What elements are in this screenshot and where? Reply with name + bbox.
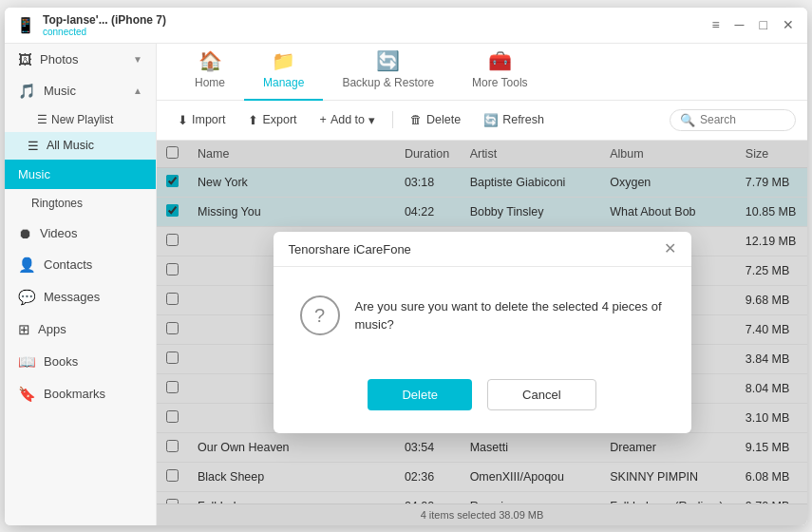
titlebar: 📱 Top-lanse'... (iPhone 7) connected ≡ ─… <box>5 8 807 44</box>
export-label: Export <box>262 113 296 126</box>
sidebar-label-music: Music <box>44 84 76 98</box>
sidebar-label-books: Books <box>44 354 78 369</box>
dialog-message: Are you sure you want to delete the sele… <box>355 297 665 334</box>
tab-manage[interactable]: 📁 Manage <box>244 44 323 101</box>
music-expand-icon: ▲ <box>133 86 142 96</box>
refresh-icon: 🔄 <box>483 113 499 127</box>
export-icon: ⬆ <box>248 113 258 127</box>
sidebar-label-music-sub: Music <box>18 167 50 181</box>
minimize-button[interactable]: ─ <box>733 15 746 34</box>
main-area: 🖼 Photos ▼ 🎵 Music ▲ ☰ New Playlist ☰ Al… <box>5 44 807 525</box>
add-to-label: Add to <box>330 113 365 126</box>
delete-button[interactable]: 🗑 Delete <box>401 108 470 131</box>
sidebar-item-photos[interactable]: 🖼 Photos ▼ <box>5 44 156 75</box>
tab-backup[interactable]: 🔄 Backup & Restore <box>323 44 453 101</box>
table-wrapper: Name Duration Artist Album Size New York… <box>157 141 807 525</box>
tab-home[interactable]: 🏠 Home <box>176 44 244 101</box>
sidebar-label-apps: Apps <box>38 322 66 336</box>
all-music-label: All Music <box>47 139 94 152</box>
toolbar: ⬇ Import ⬆ Export + Add to ▾ 🗑 Delete <box>157 101 807 141</box>
sidebar-label-ringtones: Ringtones <box>31 197 83 210</box>
export-button[interactable]: ⬆ Export <box>238 108 306 132</box>
dialog-footer: Delete Cancel <box>274 364 691 433</box>
app-window: 📱 Top-lanse'... (iPhone 7) connected ≡ ─… <box>5 8 807 525</box>
search-box[interactable]: 🔍 <box>670 109 796 131</box>
import-icon: ⬇ <box>178 113 188 127</box>
sidebar-item-music[interactable]: 🎵 Music ▲ <box>5 75 156 107</box>
device-name: Top-lanse'... (iPhone 7) <box>43 13 166 27</box>
sidebar-label-messages: Messages <box>44 290 100 304</box>
window-controls: ≡ ─ □ ✕ <box>709 15 796 34</box>
photos-expand-icon: ▼ <box>133 54 142 65</box>
sidebar-item-music-sub[interactable]: Music <box>5 160 156 189</box>
sidebar-item-bookmarks[interactable]: 🔖 Bookmarks <box>5 378 156 410</box>
sidebar-label-contacts: Contacts <box>44 257 92 272</box>
close-button[interactable]: ✕ <box>781 15 796 34</box>
device-info-area: 📱 Top-lanse'... (iPhone 7) connected <box>16 13 166 37</box>
messages-icon: 💬 <box>18 289 36 306</box>
books-icon: 📖 <box>18 353 36 370</box>
dialog-header: Tenorshare iCareFone ✕ <box>274 232 691 267</box>
tab-tools[interactable]: 🧰 More Tools <box>453 44 546 101</box>
restore-button[interactable]: □ <box>758 15 769 34</box>
dialog-body: ? Are you sure you want to delete the se… <box>274 267 691 364</box>
device-info: Top-lanse'... (iPhone 7) connected <box>43 13 166 37</box>
sidebar-item-videos[interactable]: ⏺ Videos <box>5 218 156 249</box>
refresh-button[interactable]: 🔄 Refresh <box>474 108 554 132</box>
all-music-icon: ☰ <box>28 139 39 153</box>
nav-tabs: 🏠 Home 📁 Manage 🔄 Backup & Restore 🧰 Mor… <box>157 44 807 101</box>
tools-tab-icon: 🧰 <box>488 49 512 72</box>
dialog-title: Tenorshare iCareFone <box>289 242 411 256</box>
contacts-icon: 👤 <box>18 256 36 274</box>
new-playlist-label: New Playlist <box>51 113 113 126</box>
add-to-chevron: ▾ <box>368 113 375 127</box>
home-tab-label: Home <box>195 76 225 89</box>
manage-tab-icon: 📁 <box>272 49 295 72</box>
home-tab-icon: 🏠 <box>198 49 222 72</box>
search-input[interactable] <box>700 113 785 126</box>
backup-tab-label: Backup & Restore <box>342 76 434 89</box>
sidebar-item-books[interactable]: 📖 Books <box>5 346 156 378</box>
sidebar-item-ringtones[interactable]: Ringtones <box>5 189 156 218</box>
dialog-overlay: Tenorshare iCareFone ✕ ? Are you sure yo… <box>157 141 807 525</box>
new-playlist-icon: ☰ <box>37 113 47 126</box>
sidebar-item-apps[interactable]: ⊞ Apps <box>5 314 156 346</box>
apps-icon: ⊞ <box>18 321 30 338</box>
toolbar-separator <box>392 111 393 128</box>
sidebar-item-contacts[interactable]: 👤 Contacts <box>5 249 156 281</box>
import-label: Import <box>192 113 225 126</box>
sidebar-label-photos: Photos <box>40 52 78 66</box>
dialog-delete-button[interactable]: Delete <box>368 379 472 410</box>
sidebar-item-messages[interactable]: 💬 Messages <box>5 281 156 314</box>
sidebar-label-videos: Videos <box>40 226 78 240</box>
delete-icon: 🗑 <box>410 113 423 126</box>
import-button[interactable]: ⬇ Import <box>168 108 235 132</box>
manage-tab-label: Manage <box>263 76 304 89</box>
music-icon: 🎵 <box>18 83 36 100</box>
tools-tab-label: More Tools <box>472 76 527 89</box>
sidebar: 🖼 Photos ▼ 🎵 Music ▲ ☰ New Playlist ☰ Al… <box>5 44 157 525</box>
dialog: Tenorshare iCareFone ✕ ? Are you sure yo… <box>274 232 691 433</box>
question-icon: ? <box>300 295 340 335</box>
search-icon: 🔍 <box>680 113 695 127</box>
videos-icon: ⏺ <box>18 225 32 241</box>
device-icon: 📱 <box>16 16 35 34</box>
dialog-close-button[interactable]: ✕ <box>664 241 676 256</box>
new-playlist-button[interactable]: ☰ New Playlist <box>31 109 119 130</box>
sidebar-label-bookmarks: Bookmarks <box>44 387 105 401</box>
device-status: connected <box>43 27 166 37</box>
menu-button[interactable]: ≡ <box>709 15 721 34</box>
dialog-cancel-button[interactable]: Cancel <box>487 379 595 410</box>
delete-label: Delete <box>426 113 461 126</box>
refresh-label: Refresh <box>502 113 544 126</box>
sidebar-item-all-music[interactable]: ☰ All Music <box>5 132 156 160</box>
photos-icon: 🖼 <box>18 51 32 67</box>
bookmarks-icon: 🔖 <box>18 386 36 403</box>
backup-tab-icon: 🔄 <box>376 49 400 72</box>
right-panel: 🏠 Home 📁 Manage 🔄 Backup & Restore 🧰 Mor… <box>157 44 807 525</box>
add-to-button[interactable]: + Add to ▾ <box>311 108 385 132</box>
add-icon: + <box>320 113 327 126</box>
